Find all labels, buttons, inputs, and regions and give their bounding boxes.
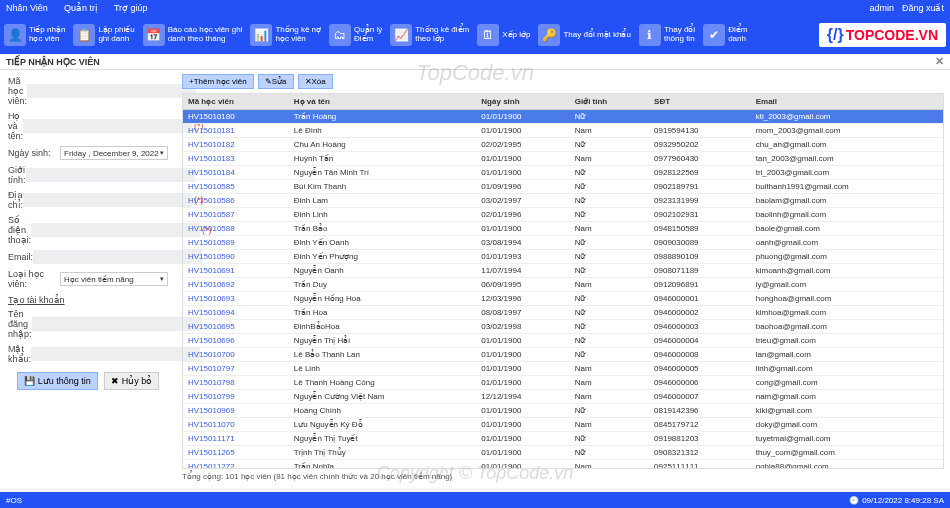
cell: Nam [570,362,649,376]
date-value: Friday , December 9, 2022 [64,149,159,158]
cell: HV15010693 [183,292,289,306]
toolbar-item[interactable]: 🗂Quản lý Điểm [329,24,382,46]
input-sdt[interactable] [31,223,200,237]
toolbar-item[interactable]: 📊Thống kê nợ học viên [250,24,321,46]
table-row[interactable]: HV15010797Lê Linh01/01/1900Nam0946000005… [183,362,943,376]
toolbar-item[interactable]: ℹThay đổi thông tin [639,24,695,46]
table-row[interactable]: HV15010180Trần Hoàng01/01/1900Nữkti_2003… [183,110,943,124]
table-row[interactable]: HV15010587Đinh Linh02/01/1996Nữ090210293… [183,208,943,222]
toolbar-label: Thay đổi mật khẩu [563,31,630,40]
cell: Lê Đình [289,124,477,138]
table-row[interactable]: HV15010183Huỳnh Tấn01/01/1900Nam09779604… [183,152,943,166]
table-row[interactable]: HV15010691Nguyễn Oanh11/07/1994Nữ0908071… [183,264,943,278]
col-header[interactable]: SĐT [649,94,751,110]
cell: HV15010797 [183,362,289,376]
close-icon[interactable]: ✕ [935,55,944,68]
menu-quantri[interactable]: Quản trị [64,3,98,13]
cell: doky@gmail.com [751,418,943,432]
logout-link[interactable]: Đăng xuất [902,3,944,13]
cell: HV15010184 [183,166,289,180]
cell: HV15010183 [183,152,289,166]
col-header[interactable]: Ngày sinh [476,94,569,110]
toolbar-item[interactable]: 📅Báo cáo học viên ghi danh theo tháng [143,24,243,46]
chevron-down-icon[interactable]: ▾ [160,275,164,283]
toolbar-item[interactable]: 📈Thống kê điểm theo lớp [390,24,469,46]
loai-value: Học viên tiềm năng [64,275,134,284]
toolbar-item[interactable]: 🔑Thay đổi mật khẩu [538,24,630,46]
cell: Nữ [570,306,649,320]
menu-trogiup[interactable]: Trợ giúp [114,3,148,13]
panel-header: TIẾP NHẬN HỌC VIÊN ✕ [0,54,950,70]
menu-nhanvien[interactable]: Nhân Viên [6,3,48,13]
cell: Nguyễn Oanh [289,264,477,278]
table-row[interactable]: HV15010585Bùi Kim Thanh01/09/1996Nữ09021… [183,180,943,194]
cancel-button[interactable]: ✖Hủy bỏ [104,372,160,390]
cell: Nữ [570,138,649,152]
table-row[interactable]: HV15010695ĐinhBảoHoa03/02/1998Nữ09460000… [183,320,943,334]
cell: HV15010700 [183,348,289,362]
input-pass[interactable] [31,347,200,361]
cell: 0919881203 [649,432,751,446]
select-loai[interactable]: Học viên tiềm năng▾ [60,272,168,286]
table-row[interactable]: HV15010696Nguyễn Thị Hải01/01/1900Nữ0946… [183,334,943,348]
table-row[interactable]: HV15010181Lê Đình01/01/1900Nam0919594130… [183,124,943,138]
cell: HV15010691 [183,264,289,278]
cell: 02/01/1996 [476,208,569,222]
table-row[interactable]: HV15010692Trần Duy06/09/1995Nam091209689… [183,278,943,292]
input-gioitinh[interactable] [26,168,195,182]
delete-button[interactable]: ✕Xóa [298,74,333,89]
toolbar-label: Điểm danh [728,26,747,44]
table-row[interactable]: HV15011171Nguyễn Thị Tuyết01/01/1900Nữ09… [183,432,943,446]
toolbar-item[interactable]: ✔Điểm danh [703,24,747,46]
cell: baolinh@gmail.com [751,208,943,222]
cell: 01/01/1900 [476,376,569,390]
table-row[interactable]: HV15011070Lưu Nguyễn Ký Đỗ01/01/1900Nam0… [183,418,943,432]
cell: Nữ [570,446,649,460]
table-row[interactable]: HV15010590Đinh Yến Phượng01/01/1993Nữ098… [183,250,943,264]
label-user: Tên đăng nhập: [8,309,32,339]
table-row[interactable]: HV15010586Đinh Lam03/02/1997Nữ0923131999… [183,194,943,208]
cell: linh@gmail.com [751,362,943,376]
col-header[interactable]: Email [751,94,943,110]
save-button[interactable]: 💾Lưu thông tin [17,372,98,390]
table-row[interactable]: HV15010693Nguyễn Hồng Hoa12/03/1996Nữ094… [183,292,943,306]
table-row[interactable]: HV15010184Nguyễn Tân Minh Trí01/01/1900N… [183,166,943,180]
input-ma[interactable] [27,84,196,98]
input-ngaysinh[interactable]: Friday , December 9, 2022▾ [60,146,168,160]
input-diachi[interactable] [23,193,192,207]
cell: Nữ [570,320,649,334]
add-button[interactable]: +Thêm học viên [182,74,254,89]
toolbar-item[interactable]: 👤Tiếp nhận học viên [4,24,65,46]
cell: 0948150589 [649,222,751,236]
table-row[interactable]: HV15010694Trần Hoa08/08/1997Nữ0946000002… [183,306,943,320]
table-row[interactable]: HV15010588Trần Bảo01/01/1900Nam094815058… [183,222,943,236]
table-row[interactable]: HV15011272Trần Nghĩa01/01/1900Nam0925111… [183,460,943,470]
cell: oanh@gmail.com [751,236,943,250]
cell: 03/02/1997 [476,194,569,208]
label-email: Email: [8,252,33,262]
toolbar-icon: ✔ [703,24,725,46]
toolbar-item[interactable]: 🗓Xếp lớp [477,24,530,46]
cell: 0902102931 [649,208,751,222]
cell: 01/01/1900 [476,362,569,376]
col-header[interactable]: Mã học viên [183,94,289,110]
table-row[interactable]: HV15010700Lê Bảo Thanh Lan01/01/1900Nữ09… [183,348,943,362]
data-grid[interactable]: Mã học viênHọ và tênNgày sinhGiới tínhSĐ… [182,93,944,469]
input-hoten[interactable] [23,119,192,133]
toolbar-item[interactable]: 📋Lập phiếu ghi danh [73,24,134,46]
cell: 01/01/1900 [476,222,569,236]
col-header[interactable]: Họ và tên [289,94,477,110]
table-row[interactable]: HV15011265Trịnh Thị Thủy01/01/1900Nữ0908… [183,446,943,460]
table-row[interactable]: HV15010798Lê Thanh Hoàng Công01/01/1900N… [183,376,943,390]
cell: HV15010180 [183,110,289,124]
col-header[interactable]: Giới tính [570,94,649,110]
edit-button[interactable]: ✎Sửa [258,74,294,89]
table-row[interactable]: HV15010182Chu An Hoàng02/02/1995Nữ093295… [183,138,943,152]
table-row[interactable]: HV15010799Nguyễn Cường Việt Nam12/12/199… [183,390,943,404]
cell: 01/01/1900 [476,432,569,446]
table-row[interactable]: HV15010969Hoàng Chính01/01/1900Nữ0819142… [183,404,943,418]
cell: HV15010969 [183,404,289,418]
table-row[interactable]: HV15010589Đinh Yến Oanh03/08/1994Nữ09090… [183,236,943,250]
chevron-down-icon[interactable]: ▾ [160,149,164,157]
cell: ly@gmail.com [751,278,943,292]
